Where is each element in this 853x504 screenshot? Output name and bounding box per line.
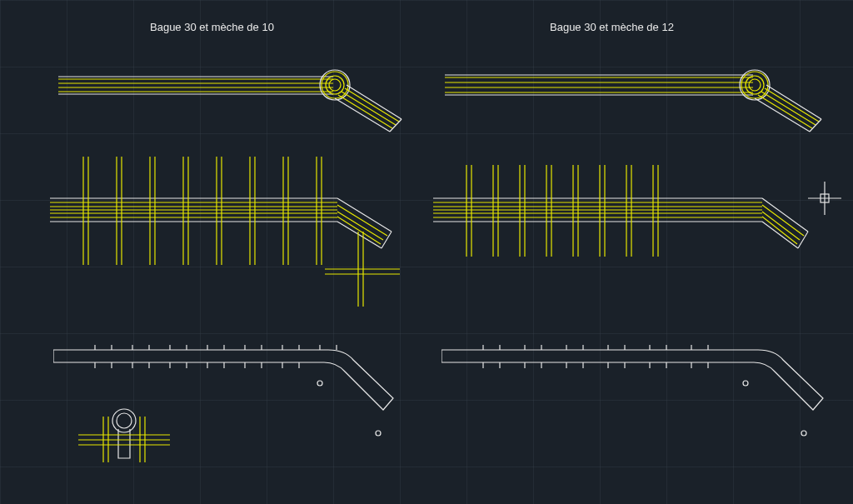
svg-point-126 — [117, 413, 132, 428]
svg-line-26 — [761, 92, 816, 125]
svg-point-125 — [112, 409, 136, 432]
svg-point-158 — [743, 381, 748, 386]
drawing-right-plan — [441, 333, 841, 467]
svg-point-23 — [746, 76, 764, 94]
svg-line-31 — [810, 119, 821, 132]
svg-line-29 — [766, 85, 821, 119]
svg-line-14 — [335, 98, 390, 132]
svg-line-10 — [342, 92, 396, 125]
drawing-left-top — [50, 148, 425, 315]
svg-line-28 — [758, 95, 812, 128]
svg-line-11 — [345, 88, 399, 122]
svg-point-8 — [329, 79, 341, 91]
svg-point-124 — [376, 431, 381, 436]
svg-point-25 — [740, 70, 770, 100]
svg-line-30 — [755, 98, 810, 132]
drawing-right-top — [433, 148, 841, 315]
drawing-left-plan — [53, 333, 420, 492]
svg-line-13 — [347, 85, 402, 119]
svg-point-7 — [326, 76, 344, 94]
title-left: Bague 30 et mèche de 10 — [150, 21, 274, 33]
svg-line-58 — [337, 205, 387, 236]
title-right: Bague 30 et mèche de 12 — [550, 21, 674, 33]
svg-line-93 — [762, 217, 797, 244]
svg-line-91 — [762, 205, 804, 236]
drawing-left-side — [58, 67, 417, 150]
svg-point-159 — [801, 431, 806, 436]
svg-line-12 — [338, 95, 392, 128]
svg-line-27 — [765, 88, 819, 122]
svg-line-15 — [390, 119, 402, 132]
svg-point-9 — [320, 70, 350, 100]
drawing-right-side — [445, 65, 828, 148]
svg-point-123 — [317, 381, 322, 386]
svg-point-24 — [749, 79, 761, 91]
